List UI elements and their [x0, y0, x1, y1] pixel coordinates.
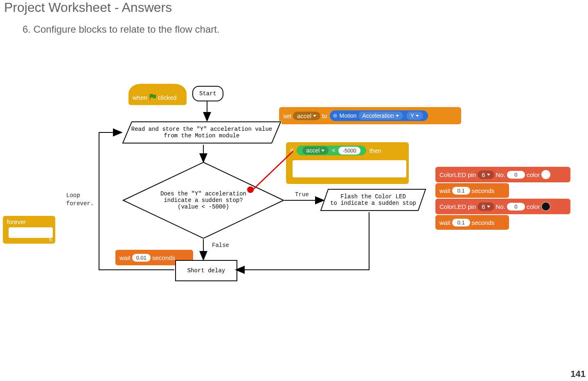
- forever-label: forever: [3, 216, 55, 228]
- loop-arrow-icon: ↻: [49, 237, 53, 243]
- sensor-dot-icon: [333, 114, 337, 118]
- colorled-prefix-2: ColorLED pin: [439, 203, 476, 210]
- connector-dot-icon: [247, 186, 254, 193]
- label-loop-l2: forever.: [66, 200, 94, 207]
- fc-flash-l2: to indicate a sudden stop: [330, 200, 416, 206]
- sensor-pill: Motion Acceleration Y: [330, 110, 428, 121]
- fc-decision-l1: Does the "Y" acceleration: [160, 190, 246, 197]
- sensor-type-dropdown: Acceleration: [358, 112, 403, 120]
- secs-label-s: seconds: [152, 254, 175, 261]
- cond-op: <: [332, 147, 335, 154]
- block-wait-2: wait 0.1 seconds: [435, 215, 509, 230]
- to-label: to: [322, 112, 327, 119]
- cond-var: accel: [302, 146, 329, 155]
- pin-dropdown-1: 6: [478, 170, 494, 179]
- fc-delay-text: Short delay: [187, 267, 225, 274]
- fc-decision: Does the "Y" acceleration indicate a sud…: [122, 161, 284, 239]
- color-label-1: color: [527, 171, 540, 178]
- wait-val-2: 0.1: [452, 219, 470, 226]
- label-false: False: [212, 242, 229, 249]
- page-title: Project Worksheet - Answers: [4, 0, 172, 15]
- colorled-prefix: ColorLED pin: [439, 171, 476, 178]
- block-stack-led: ColorLED pin 6 No. 0 color wait 0.1 seco…: [435, 167, 570, 230]
- wait-val-s: 0.01: [132, 254, 151, 262]
- cond-val: -5000: [338, 147, 360, 155]
- label-loop-l1: Loop: [66, 192, 80, 199]
- page-subtitle: 6. Configure blocks to relate to the flo…: [23, 24, 220, 35]
- block-colorled-white: ColorLED pin 6 No. 0 color: [435, 167, 570, 182]
- fc-start-text: Start: [199, 90, 216, 97]
- wait-label-2: wait: [439, 219, 451, 226]
- secs-label-2: seconds: [472, 219, 495, 226]
- then-label: then: [369, 147, 381, 154]
- color-swatch-black: [541, 202, 550, 211]
- color-label-2: color: [527, 203, 540, 210]
- pin-dropdown-2: 6: [478, 202, 494, 211]
- fc-start: Start: [192, 86, 223, 101]
- var-accel-dropdown: accel: [293, 112, 320, 120]
- fc-decision-l3: (value < -5000): [178, 204, 229, 210]
- label-true: True: [295, 191, 309, 198]
- green-flag-icon: [149, 94, 156, 101]
- no-val-2: 0: [507, 203, 525, 211]
- axis-dropdown: Y: [406, 112, 423, 120]
- set-label: set: [283, 112, 291, 119]
- fc-flash: Flash the Color LED to indicate a sudden…: [320, 188, 426, 211]
- block-set-accel: set accel to Motion Acceleration Y: [279, 107, 461, 124]
- wait-label-1: wait: [439, 187, 451, 194]
- fc-read-l1: Read and store the "Y" acceleration valu…: [131, 126, 272, 132]
- sensor-prefix: Motion: [340, 112, 357, 119]
- wait-val-1: 0.1: [452, 187, 470, 195]
- no-val-1: 0: [507, 171, 525, 179]
- wait-label-s: wait: [119, 254, 131, 261]
- color-swatch-white: [541, 170, 550, 179]
- fc-delay: Short delay: [175, 260, 237, 281]
- fc-flash-l1: Flash the Color LED: [330, 193, 416, 200]
- condition-pill: accel < -5000: [297, 146, 366, 155]
- block-if-then: if accel < -5000 then: [286, 142, 409, 184]
- fc-decision-l2: indicate a sudden stop?: [164, 197, 243, 204]
- no-label-1: No.: [496, 171, 505, 178]
- no-label-2: No.: [496, 203, 505, 210]
- page-number: 141: [570, 369, 586, 379]
- block-when-clicked: when clicked: [128, 84, 187, 105]
- if-label: if: [290, 147, 293, 154]
- clicked-label: clicked: [158, 94, 177, 101]
- secs-label-1: seconds: [472, 187, 495, 194]
- when-label: when: [133, 94, 147, 101]
- block-forever: forever ↻: [3, 216, 55, 244]
- fc-read-l2: from the Motion module: [131, 132, 272, 139]
- fc-read: Read and store the "Y" acceleration valu…: [122, 121, 282, 144]
- block-colorled-black: ColorLED pin 6 No. 0 color: [435, 199, 570, 214]
- block-wait-1: wait 0.1 seconds: [435, 183, 509, 198]
